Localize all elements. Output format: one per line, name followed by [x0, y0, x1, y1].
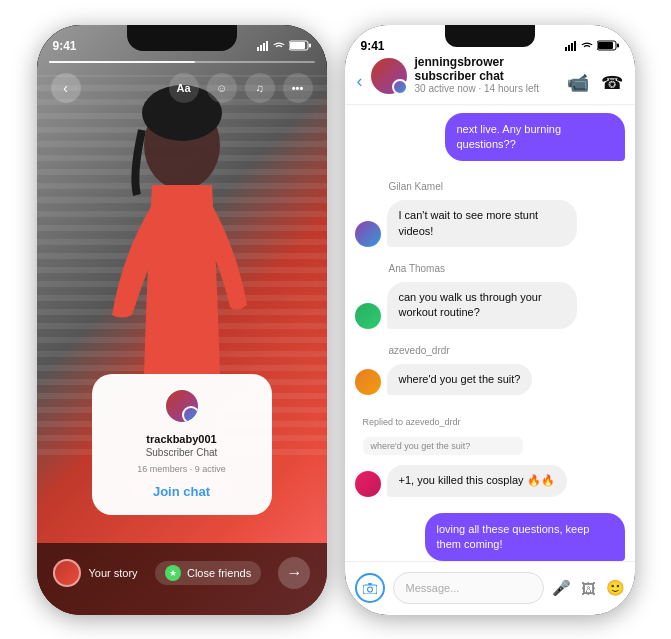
svg-rect-9 — [290, 42, 305, 49]
sticker-icon[interactable]: 🙂 — [606, 579, 625, 597]
camera-button[interactable] — [355, 573, 385, 603]
svg-rect-13 — [571, 43, 573, 51]
avatar-3 — [355, 369, 381, 395]
story-progress-fill — [49, 61, 195, 63]
bubble-4: +1, you killed this cosplay 🔥🔥 — [387, 465, 567, 496]
message-1: I can't wait to see more stunt videos! — [355, 200, 625, 247]
story-screen: 9:41 ‹ Aa ☺ ♫ ••• trackbaby001 Su — [37, 25, 327, 615]
chat-main: 9:41 ‹ jenningsbrower subscriber chat 30… — [345, 25, 635, 615]
story-bottom-bar: Your story ★ Close friends → — [37, 543, 327, 615]
svg-rect-7 — [266, 41, 268, 51]
left-phone: 9:41 ‹ Aa ☺ ♫ ••• trackbaby001 Su — [37, 25, 327, 615]
svg-rect-16 — [598, 42, 613, 49]
sender-name-2: Ana Thomas — [355, 263, 625, 274]
notch-right — [445, 25, 535, 47]
story-back-button[interactable]: ‹ — [51, 73, 81, 103]
message-mine-2: loving all these questions, keep them co… — [355, 513, 625, 561]
bubble-2: can you walk us through your workout rou… — [387, 282, 577, 329]
avatar-4 — [355, 471, 381, 497]
time-right: 9:41 — [361, 39, 385, 53]
story-photo — [37, 25, 327, 615]
chat-header-avatar — [371, 58, 407, 94]
chat-input-bar: Message... 🎤 🖼 🙂 — [345, 561, 635, 615]
camera-icon — [363, 583, 377, 594]
message-3: where'd you get the suit? — [355, 364, 625, 395]
message-input[interactable]: Message... — [393, 572, 544, 604]
your-story-label: Your story — [89, 567, 138, 579]
close-friends-section[interactable]: ★ Close friends — [155, 561, 261, 585]
bubble-3: where'd you get the suit? — [387, 364, 533, 395]
sender-name-3: azevedo_drdr — [355, 345, 625, 356]
story-progress — [49, 61, 315, 63]
wifi-icon-right — [581, 41, 593, 51]
your-story-thumb — [53, 559, 81, 587]
your-story-section[interactable]: Your story — [53, 559, 138, 587]
chat-card-meta: 16 members · 9 active — [108, 464, 256, 474]
svg-rect-18 — [363, 585, 377, 594]
right-phone: 9:41 ‹ jenningsbrower subscriber chat 30… — [345, 25, 635, 615]
svg-rect-4 — [257, 47, 259, 51]
story-tools: Aa ☺ ♫ ••• — [169, 73, 313, 103]
image-icon[interactable]: 🖼 — [581, 580, 596, 597]
avatar-1 — [355, 221, 381, 247]
video-call-icon[interactable]: 📹 — [567, 72, 589, 94]
signal-icon-right — [565, 41, 577, 51]
star-icon: ★ — [165, 565, 181, 581]
chat-input-icons: 🎤 🖼 🙂 — [552, 579, 625, 597]
chat-screen: 9:41 ‹ jenningsbrower subscriber chat 30… — [345, 25, 635, 615]
story-topbar: ‹ Aa ☺ ♫ ••• — [37, 73, 327, 103]
chat-messages: next live. Any burning questions?? Gilan… — [345, 105, 635, 561]
svg-point-19 — [367, 587, 372, 592]
replied-to-label: Replied to azevedo_drdr — [355, 417, 461, 427]
join-chat-button[interactable]: Join chat — [108, 484, 256, 499]
story-send-button[interactable]: → — [278, 557, 310, 589]
svg-rect-12 — [568, 45, 570, 51]
bubble-mine-2: loving all these questions, keep them co… — [425, 513, 625, 561]
svg-rect-10 — [309, 44, 311, 48]
status-icons-right — [565, 40, 619, 51]
sender-name-1: Gilan Kamel — [355, 181, 625, 192]
reply-quote: where'd you get the suit? — [363, 437, 523, 455]
music-tool-button[interactable]: ♫ — [245, 73, 275, 103]
chat-card-username: trackbaby001 — [108, 432, 256, 446]
more-tool-button[interactable]: ••• — [283, 73, 313, 103]
svg-rect-17 — [617, 44, 619, 48]
sticker-tool-button[interactable]: ☺ — [207, 73, 237, 103]
close-friends-label: Close friends — [187, 567, 251, 579]
svg-rect-11 — [565, 47, 567, 51]
text-tool-button[interactable]: Aa — [169, 73, 199, 103]
battery-icon-right — [597, 40, 619, 51]
bubble-mine-1: next live. Any burning questions?? — [445, 113, 625, 162]
chat-header-icons: 📹 ☎ — [567, 72, 623, 94]
chat-card-avatar — [164, 388, 200, 424]
replied-label: Replied to azevedo_drdr — [355, 411, 625, 429]
phone-call-icon[interactable]: ☎ — [601, 72, 623, 94]
chat-back-button[interactable]: ‹ — [357, 71, 363, 94]
subscriber-chat-card: trackbaby001 Subscriber Chat 16 members … — [92, 374, 272, 514]
message-placeholder: Message... — [406, 582, 460, 594]
avatar-2 — [355, 303, 381, 329]
signal-icon — [257, 41, 269, 51]
battery-icon — [289, 40, 311, 51]
svg-rect-14 — [574, 41, 576, 51]
wifi-icon — [273, 41, 285, 51]
svg-rect-20 — [368, 583, 372, 585]
bubble-1: I can't wait to see more stunt videos! — [387, 200, 577, 247]
microphone-icon[interactable]: 🎤 — [552, 579, 571, 597]
message-2: can you walk us through your workout rou… — [355, 282, 625, 329]
chat-channel-sub: 30 active now · 14 hours left — [415, 83, 559, 94]
message-mine-1: next live. Any burning questions?? — [355, 113, 625, 162]
message-4: +1, you killed this cosplay 🔥🔥 — [355, 465, 625, 496]
time-left: 9:41 — [53, 39, 77, 53]
notch — [127, 25, 237, 51]
svg-rect-6 — [263, 43, 265, 51]
status-icons-left — [257, 40, 311, 51]
svg-rect-5 — [260, 45, 262, 51]
chat-card-type: Subscriber Chat — [108, 447, 256, 458]
